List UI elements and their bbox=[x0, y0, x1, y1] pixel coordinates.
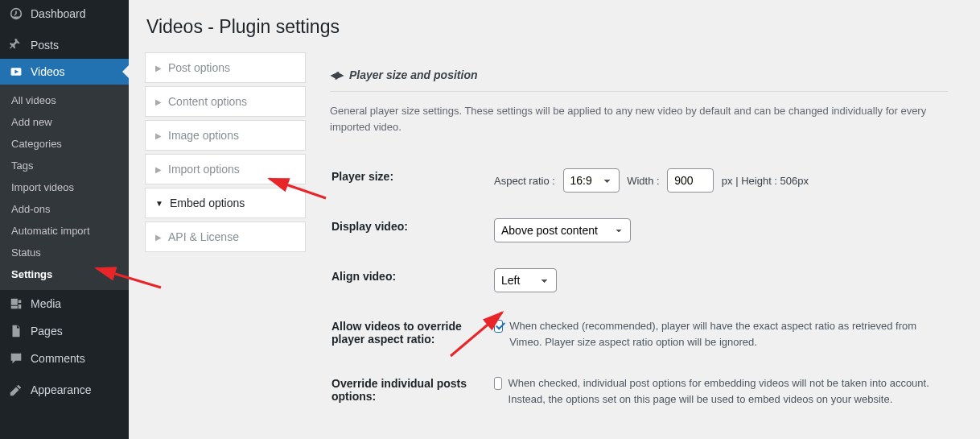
aspect-ratio-label: Aspect ratio : bbox=[494, 175, 555, 187]
tab-embed-options[interactable]: ▼Embed options bbox=[145, 188, 306, 218]
submenu-tags[interactable]: Tags bbox=[0, 155, 129, 176]
sidebar-item-posts[interactable]: Posts bbox=[0, 31, 129, 59]
height-label: px | Height : 506px bbox=[722, 175, 809, 187]
page-title: Videos - Plugin settings bbox=[146, 16, 964, 38]
width-label: Width : bbox=[627, 175, 659, 187]
tab-label: Embed options bbox=[170, 197, 245, 209]
caret-right-icon: ▶ bbox=[155, 97, 162, 106]
display-video-select[interactable]: Above post content bbox=[494, 218, 631, 242]
submenu-automatic-import[interactable]: Automatic import bbox=[0, 220, 129, 242]
override-aspect-desc: When checked (recommended), player will … bbox=[509, 318, 946, 350]
tab-label: Image options bbox=[168, 129, 239, 142]
tab-label: API & License bbox=[168, 230, 239, 243]
submenu-import-videos[interactable]: Import videos bbox=[0, 176, 129, 198]
override-posts-checkbox[interactable] bbox=[494, 377, 502, 390]
sidebar-label: Pages bbox=[31, 325, 63, 338]
tab-label: Content options bbox=[168, 95, 247, 108]
pages-icon bbox=[8, 324, 24, 338]
sidebar-item-dashboard[interactable]: Dashboard bbox=[0, 0, 129, 27]
video-icon bbox=[8, 65, 24, 78]
tab-label: Import options bbox=[168, 163, 240, 176]
override-aspect-checkbox[interactable] bbox=[494, 320, 503, 333]
align-video-select[interactable]: Left bbox=[494, 268, 557, 292]
caret-right-icon: ▶ bbox=[155, 131, 162, 140]
submenu-addons[interactable]: Add-ons bbox=[0, 198, 129, 220]
submenu-status[interactable]: Status bbox=[0, 242, 129, 263]
override-aspect-label: Allow videos to override player aspect r… bbox=[331, 310, 492, 366]
aspect-ratio-select[interactable]: 16:9 bbox=[563, 168, 620, 193]
dashboard-icon bbox=[8, 6, 24, 21]
videos-submenu: All videos Add new Categories Tags Impor… bbox=[0, 85, 129, 290]
section-title-text: Player size and position bbox=[349, 68, 478, 81]
media-icon bbox=[8, 296, 24, 311]
sidebar-item-videos[interactable]: Videos bbox=[0, 59, 129, 85]
tab-api-license[interactable]: ▶API & License bbox=[145, 222, 306, 252]
sidebar-label: Posts bbox=[31, 39, 59, 52]
appearance-icon bbox=[8, 383, 24, 397]
override-posts-desc: When checked, individual post options fo… bbox=[509, 375, 946, 407]
tab-label: Post options bbox=[168, 61, 230, 74]
pushpin-icon bbox=[8, 38, 24, 52]
sidebar-label: Dashboard bbox=[31, 7, 86, 20]
sidebar-label: Appearance bbox=[31, 383, 92, 396]
align-video-label: Align video: bbox=[331, 260, 492, 309]
override-posts-label: Override individual posts options: bbox=[331, 367, 492, 423]
tab-image-options[interactable]: ▶Image options bbox=[145, 120, 306, 151]
section-description: General player size settings. These sett… bbox=[330, 103, 948, 135]
comments-icon bbox=[8, 351, 24, 366]
settings-tabs: ▶Post options ▶Content options ▶Image op… bbox=[145, 52, 306, 255]
width-input[interactable] bbox=[667, 168, 714, 193]
submenu-categories[interactable]: Categories bbox=[0, 133, 129, 155]
caret-down-icon: ▼ bbox=[155, 199, 163, 208]
submenu-all-videos[interactable]: All videos bbox=[0, 89, 129, 111]
caret-right-icon: ▶ bbox=[155, 64, 162, 72]
sidebar-item-comments[interactable]: Comments bbox=[0, 345, 129, 372]
player-size-label: Player size: bbox=[331, 160, 492, 209]
tab-import-options[interactable]: ▶Import options bbox=[145, 154, 306, 184]
sidebar-label: Videos bbox=[31, 65, 65, 78]
submenu-add-new[interactable]: Add new bbox=[0, 111, 129, 133]
admin-sidebar: Dashboard Posts Videos All videos Add ne… bbox=[0, 0, 129, 439]
sidebar-label: Comments bbox=[31, 352, 85, 365]
tab-content-options[interactable]: ▶Content options bbox=[145, 86, 306, 117]
sidebar-label: Media bbox=[31, 297, 61, 310]
sidebar-item-pages[interactable]: Pages bbox=[0, 317, 129, 345]
caret-right-icon: ▶ bbox=[155, 165, 162, 174]
display-video-label: Display video: bbox=[331, 210, 492, 259]
caret-right-icon: ▶ bbox=[155, 233, 162, 242]
sidebar-item-media[interactable]: Media bbox=[0, 290, 129, 317]
submenu-settings[interactable]: Settings bbox=[0, 263, 129, 285]
sort-arrows-icon: ◀▶ bbox=[330, 69, 341, 81]
sidebar-item-appearance[interactable]: Appearance bbox=[0, 376, 129, 404]
settings-panel: ◀▶ Player size and position General play… bbox=[306, 52, 964, 433]
tab-post-options[interactable]: ▶Post options bbox=[145, 52, 306, 83]
section-title: ◀▶ Player size and position bbox=[330, 68, 948, 92]
main-content: Videos - Plugin settings ▶Post options ▶… bbox=[129, 0, 980, 439]
